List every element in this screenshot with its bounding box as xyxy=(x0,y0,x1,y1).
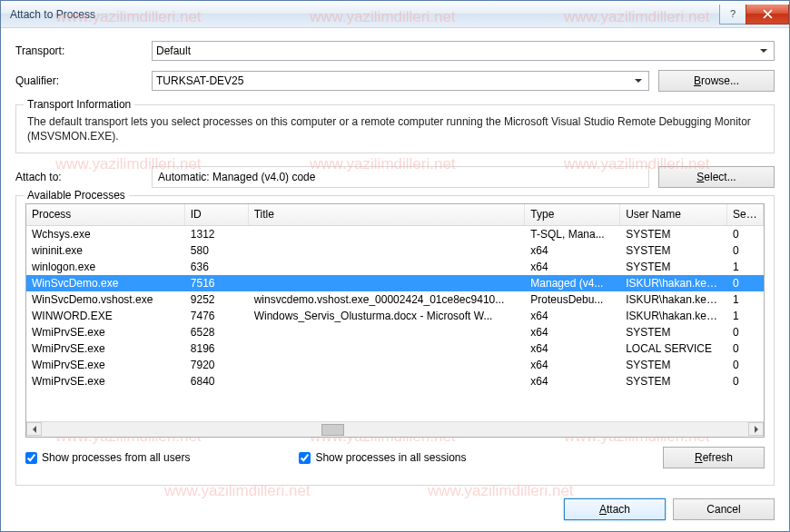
table-row[interactable]: wininit.exe580x64SYSTEM0 xyxy=(26,242,764,259)
qualifier-select[interactable]: TURKSAT-DEV25 xyxy=(152,71,649,91)
scroll-thumb[interactable] xyxy=(321,424,344,436)
table-row[interactable]: WinSvcDemo.vshost.exe9252winsvcdemo.vsho… xyxy=(26,291,764,308)
scroll-left-icon[interactable] xyxy=(26,422,42,436)
table-row[interactable]: WmiPrvSE.exe6528x64SYSTEM0 xyxy=(26,324,764,340)
process-table: Process ID Title Type User Name Session … xyxy=(25,203,765,438)
col-user[interactable]: User Name xyxy=(620,204,727,225)
show-all-users-checkbox[interactable]: Show processes from all users xyxy=(25,451,190,464)
cell-session: 1 xyxy=(727,292,764,307)
cancel-button[interactable]: Cancel xyxy=(673,498,775,520)
col-session[interactable]: Session xyxy=(727,204,764,225)
transport-information-group: Transport Information The default transp… xyxy=(15,104,775,153)
attach-to-process-dialog: Attach to Process ? www.yazilimdilleri.n… xyxy=(0,0,790,532)
scroll-right-icon[interactable] xyxy=(748,422,764,436)
browse-button[interactable]: Browse... xyxy=(658,70,775,92)
refresh-button[interactable]: Refresh xyxy=(663,447,765,468)
cell-process: WmiPrvSE.exe xyxy=(26,374,185,389)
col-id[interactable]: ID xyxy=(185,204,249,225)
attach-button[interactable]: Attach xyxy=(564,498,666,520)
cell-id: 580 xyxy=(185,243,249,258)
cell-title xyxy=(249,233,526,235)
cell-id: 1312 xyxy=(185,227,249,241)
cell-type: ProteusDebu... xyxy=(525,292,620,307)
attach-to-label: Attach to: xyxy=(15,171,152,183)
table-row[interactable]: winlogon.exe636x64SYSTEM1 xyxy=(26,259,764,275)
cell-type: x64 xyxy=(525,341,620,356)
col-title[interactable]: Title xyxy=(249,204,526,225)
table-row[interactable]: WINWORD.EXE7476Windows_Servis_Olusturma.… xyxy=(26,308,764,324)
transport-value: Default xyxy=(156,44,191,57)
cell-process: wininit.exe xyxy=(26,243,185,258)
transport-info-legend: Transport Information xyxy=(24,98,134,111)
cell-session: 0 xyxy=(727,276,764,291)
table-row[interactable]: WmiPrvSE.exe6840x64SYSTEM0 xyxy=(26,373,764,389)
chevron-down-icon xyxy=(756,44,771,58)
transport-info-text: The default transport lets you select pr… xyxy=(27,114,763,143)
show-all-sessions-checkbox[interactable]: Show processes in all sessions xyxy=(299,451,466,464)
table-row[interactable]: Wchsys.exe1312T-SQL, Mana...SYSTEM0 xyxy=(26,226,764,242)
show-all-users-input[interactable] xyxy=(25,452,37,464)
cell-title: Windows_Servis_Olusturma.docx - Microsof… xyxy=(249,309,526,323)
cell-user: ISKUR\hakan.keskin [... xyxy=(620,276,727,291)
available-processes-legend: Available Processes xyxy=(24,189,129,202)
close-icon xyxy=(763,9,773,19)
cell-process: WINWORD.EXE xyxy=(26,309,185,323)
cell-title xyxy=(249,380,526,382)
cell-process: WmiPrvSE.exe xyxy=(26,325,185,340)
cell-id: 8196 xyxy=(185,341,249,356)
select-button[interactable]: Select... xyxy=(658,166,775,188)
cell-id: 636 xyxy=(185,260,249,274)
cell-title xyxy=(249,331,526,333)
cell-user: ISKUR\hakan.keskin [... xyxy=(620,309,727,323)
show-all-sessions-label: Show processes in all sessions xyxy=(315,451,466,464)
table-row[interactable]: WinSvcDemo.exe7516Managed (v4...ISKUR\ha… xyxy=(26,275,764,291)
cell-type: x64 xyxy=(525,358,620,372)
cell-title xyxy=(249,364,526,366)
cell-id: 7516 xyxy=(185,276,249,291)
show-all-sessions-input[interactable] xyxy=(299,452,311,464)
cell-title xyxy=(249,266,526,268)
table-header: Process ID Title Type User Name Session xyxy=(26,204,764,226)
cell-session: 1 xyxy=(727,260,764,274)
cell-session: 0 xyxy=(727,341,764,356)
cell-user: SYSTEM xyxy=(620,325,727,340)
cell-id: 7476 xyxy=(185,309,249,323)
cell-user: SYSTEM xyxy=(620,260,727,274)
show-all-users-label: Show processes from all users xyxy=(42,451,190,464)
cell-title xyxy=(249,282,526,284)
col-process[interactable]: Process xyxy=(26,204,185,225)
cell-user: SYSTEM xyxy=(620,243,727,258)
close-button[interactable] xyxy=(746,5,789,25)
cell-session: 0 xyxy=(727,227,764,241)
cell-user: SYSTEM xyxy=(620,358,727,372)
window-buttons: ? xyxy=(720,5,789,25)
horizontal-scrollbar[interactable] xyxy=(26,421,764,437)
transport-select[interactable]: Default xyxy=(152,41,775,61)
cell-process: winlogon.exe xyxy=(26,260,185,274)
cell-session: 0 xyxy=(727,358,764,372)
cell-title xyxy=(249,250,526,251)
dialog-footer: Attach Cancel xyxy=(15,495,775,520)
transport-label: Transport: xyxy=(15,44,152,57)
window-title: Attach to Process xyxy=(10,8,720,21)
cell-user: LOCAL SERVICE xyxy=(620,341,727,356)
cell-user: SYSTEM xyxy=(620,374,727,389)
cell-session: 0 xyxy=(727,325,764,340)
col-type[interactable]: Type xyxy=(525,204,620,225)
cell-id: 7920 xyxy=(185,358,249,372)
help-button[interactable]: ? xyxy=(719,5,746,25)
attach-to-value: Automatic: Managed (v4.0) code xyxy=(152,166,649,188)
cell-id: 9252 xyxy=(185,292,249,307)
cell-session: 0 xyxy=(727,243,764,258)
cell-title: winsvcdemo.vshost.exe_00002424_01ce8ec94… xyxy=(249,292,526,307)
cell-session: 0 xyxy=(727,374,764,389)
cell-type: x64 xyxy=(525,325,620,340)
table-body[interactable]: Wchsys.exe1312T-SQL, Mana...SYSTEM0winin… xyxy=(26,226,764,421)
available-processes-group: Available Processes Process ID Title Typ… xyxy=(15,195,775,486)
cell-process: Wchsys.exe xyxy=(26,227,185,241)
table-row[interactable]: WmiPrvSE.exe7920x64SYSTEM0 xyxy=(26,357,764,373)
titlebar: Attach to Process ? xyxy=(1,1,789,28)
table-row[interactable]: WmiPrvSE.exe8196x64LOCAL SERVICE0 xyxy=(26,340,764,357)
cell-user: SYSTEM xyxy=(620,227,727,241)
cell-session: 1 xyxy=(727,309,764,323)
